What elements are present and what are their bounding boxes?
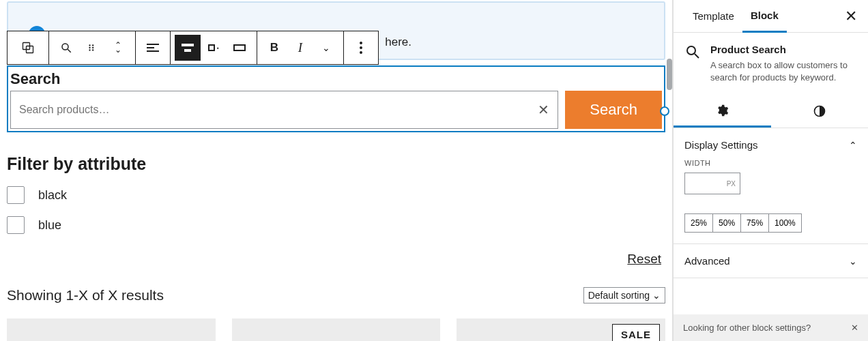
sidebar-footer-notice: Looking for other block settings? ✕	[674, 314, 868, 341]
settings-sidebar: Template Block ✕ Product Search A search…	[673, 0, 868, 341]
chevron-down-icon: ⌄	[849, 256, 857, 267]
block-title: Product Search	[710, 44, 857, 55]
search-button[interactable]: Search	[565, 91, 662, 129]
resize-handle[interactable]	[660, 106, 669, 116]
search-icon	[684, 44, 701, 60]
search-label[interactable]: Search	[9, 68, 663, 91]
display-settings-title: Display Settings	[684, 139, 758, 151]
display-settings-panel: Display Settings ⌃ WIDTH PX 25% 50% 75% …	[674, 128, 868, 244]
width-preset-100[interactable]: 100%	[768, 213, 802, 233]
toolbar-button-inside-button[interactable]: ▪	[201, 35, 227, 61]
reset-filters-link[interactable]: Reset	[7, 252, 661, 267]
block-toolbar: ⌃⌄ ▪ B I ⌄	[7, 31, 379, 65]
tab-block[interactable]: Block	[742, 0, 787, 33]
search-input[interactable]	[19, 104, 497, 116]
svg-point-9	[92, 49, 93, 50]
chevron-down-icon: ⌄	[322, 42, 330, 53]
label-position-icon	[182, 44, 194, 52]
product-grid: SALE	[7, 318, 665, 341]
block-card: Product Search A search box to allow cus…	[674, 33, 868, 95]
svg-point-6	[89, 49, 90, 50]
sort-select[interactable]: Default sorting ⌄	[583, 287, 665, 303]
toolbar-more-rich-button[interactable]: ⌄	[313, 35, 339, 61]
svg-point-4	[89, 44, 90, 46]
sidebar-subtabs	[674, 95, 868, 128]
filter-option-label: blue	[38, 218, 61, 233]
checkbox-black[interactable]	[7, 186, 25, 204]
svg-point-10	[360, 42, 362, 44]
scrollbar-thumb[interactable]	[667, 59, 672, 90]
svg-point-8	[92, 47, 93, 48]
gear-icon	[715, 104, 729, 117]
toolbar-drag-button[interactable]	[79, 35, 105, 61]
close-footer-notice-button[interactable]: ✕	[851, 323, 858, 333]
width-unit: PX	[727, 180, 736, 188]
svg-point-13	[687, 46, 695, 55]
button-outside-icon	[233, 44, 246, 51]
width-label: WIDTH	[684, 159, 857, 167]
advanced-panel: Advanced ⌄	[674, 244, 868, 278]
product-card[interactable]	[232, 318, 441, 341]
product-card[interactable]	[7, 318, 216, 341]
subtab-styles[interactable]	[771, 95, 869, 128]
width-presets: 25% 50% 75% 100%	[684, 213, 857, 233]
toolbar-align-button[interactable]	[140, 35, 166, 61]
toolbar-bold-button[interactable]: B	[261, 35, 287, 61]
toolbar-parent-block-button[interactable]	[12, 35, 44, 61]
toolbar-move-button[interactable]: ⌃⌄	[105, 35, 131, 61]
clear-input-button[interactable]: ✕	[538, 102, 549, 118]
results-count-text: Showing 1-X of X results	[7, 287, 164, 303]
close-sidebar-button[interactable]: ✕	[839, 5, 863, 28]
svg-point-2	[62, 44, 68, 50]
toolbar-block-type-button[interactable]	[53, 35, 79, 61]
search-input-wrapper: ✕	[10, 91, 558, 129]
sidebar-tabbar: Template Block ✕	[674, 0, 868, 33]
align-icon	[147, 42, 159, 54]
block-description: A search box to allow customers to searc…	[710, 59, 857, 84]
toolbar-italic-button[interactable]: I	[287, 35, 313, 61]
subtab-settings[interactable]	[674, 95, 771, 128]
svg-point-11	[360, 46, 362, 49]
styles-icon	[813, 104, 826, 118]
svg-point-12	[360, 51, 362, 54]
checkbox-blue[interactable]	[7, 216, 25, 234]
filter-title: Filter by attribute	[7, 154, 665, 174]
toolbar-button-outside-button[interactable]	[227, 35, 252, 61]
advanced-toggle[interactable]: Advanced ⌄	[684, 255, 857, 267]
filter-option-row: black	[7, 186, 665, 204]
svg-line-3	[68, 49, 71, 53]
display-settings-toggle[interactable]: Display Settings ⌃	[684, 139, 857, 151]
svg-point-5	[89, 47, 90, 48]
footer-notice-text: Looking for other block settings?	[683, 323, 811, 333]
move-up-down-icon: ⌃⌄	[115, 43, 121, 53]
width-preset-25[interactable]: 25%	[684, 213, 713, 233]
toolbar-options-button[interactable]	[348, 35, 374, 61]
toolbar-label-position-button[interactable]	[175, 35, 201, 61]
button-inside-icon: ▪	[208, 44, 219, 51]
notice-text: here.	[385, 35, 411, 49]
chevron-down-icon: ⌄	[652, 290, 661, 301]
product-search-block[interactable]: Search ✕ Search	[7, 65, 665, 132]
sale-badge: SALE	[612, 324, 660, 341]
chevron-up-icon: ⌃	[849, 140, 857, 151]
tab-template[interactable]: Template	[684, 1, 742, 31]
product-card[interactable]: SALE	[457, 318, 665, 341]
width-input[interactable]: PX	[684, 173, 740, 194]
filter-option-label: black	[38, 188, 67, 203]
svg-point-7	[92, 44, 93, 46]
width-preset-75[interactable]: 75%	[740, 213, 769, 233]
svg-line-14	[695, 54, 699, 58]
sort-select-label: Default sorting	[588, 290, 650, 301]
filter-option-row: blue	[7, 216, 665, 234]
width-preset-50[interactable]: 50%	[712, 213, 741, 233]
advanced-title: Advanced	[684, 255, 730, 267]
